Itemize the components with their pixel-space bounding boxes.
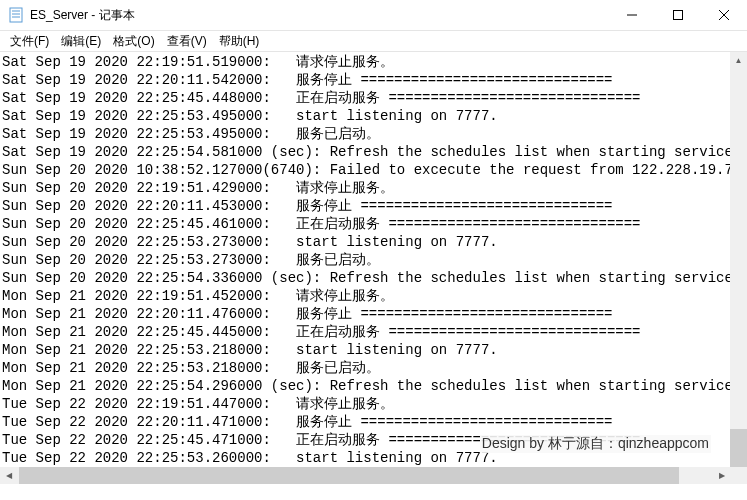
horizontal-scroll-thumb[interactable]	[19, 467, 679, 484]
scroll-left-button[interactable]: ◀	[0, 467, 17, 484]
svg-rect-0	[10, 8, 22, 22]
titlebar: ES_Server - 记事本	[0, 0, 747, 31]
maximize-button[interactable]	[655, 0, 701, 30]
log-text[interactable]: Sat Sep 19 2020 22:19:51.519000: 请求停止服务。…	[0, 52, 747, 484]
close-button[interactable]	[701, 0, 747, 30]
menubar: 文件(F) 编辑(E) 格式(O) 查看(V) 帮助(H)	[0, 31, 747, 52]
scroll-up-button[interactable]: ▲	[730, 52, 747, 69]
horizontal-scroll-track[interactable]	[17, 467, 713, 484]
menu-edit[interactable]: 编辑(E)	[55, 32, 107, 51]
svg-rect-5	[674, 11, 683, 20]
minimize-button[interactable]	[609, 0, 655, 30]
horizontal-scrollbar[interactable]: ◀ ▶	[0, 467, 730, 484]
menu-help[interactable]: 帮助(H)	[213, 32, 266, 51]
scroll-corner	[730, 467, 747, 484]
menu-format[interactable]: 格式(O)	[107, 32, 160, 51]
vertical-scrollbar[interactable]: ▲ ▼	[730, 52, 747, 467]
menu-file[interactable]: 文件(F)	[4, 32, 55, 51]
window-title: ES_Server - 记事本	[30, 7, 135, 24]
notepad-icon	[8, 7, 24, 23]
vertical-scroll-track[interactable]	[730, 69, 747, 450]
scroll-right-button[interactable]: ▶	[713, 467, 730, 484]
text-area[interactable]: Sat Sep 19 2020 22:19:51.519000: 请求停止服务。…	[0, 52, 747, 484]
menu-view[interactable]: 查看(V)	[161, 32, 213, 51]
vertical-scroll-thumb[interactable]	[730, 429, 747, 467]
